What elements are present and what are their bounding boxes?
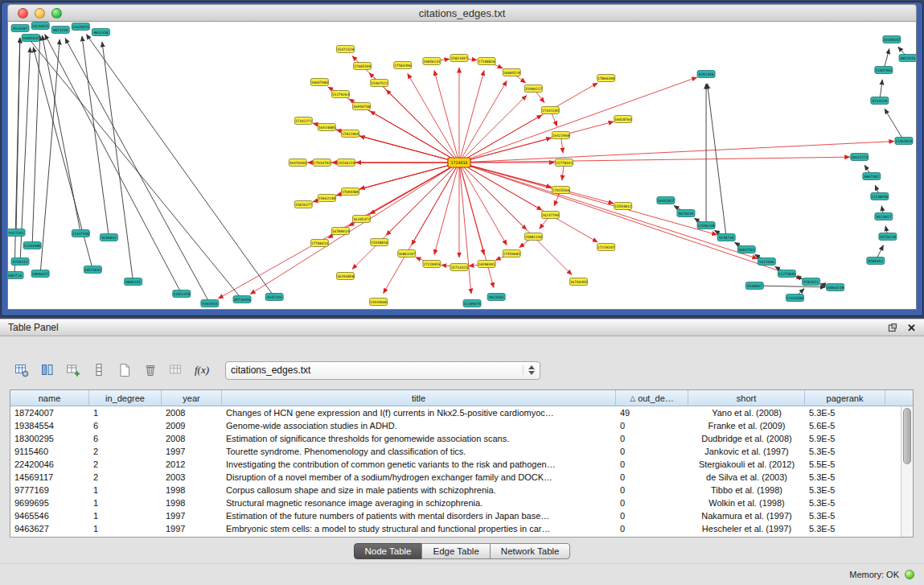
table-row[interactable]: 911546021997Tourette syndrome. Phenomeno… bbox=[10, 445, 901, 458]
table-cell[interactable]: 2009 bbox=[162, 419, 222, 432]
graph-node[interactable]: 17456682 bbox=[503, 250, 520, 257]
graph-node[interactable]: 9423817 bbox=[875, 213, 893, 220]
table-cell[interactable]: 9115460 bbox=[10, 445, 89, 458]
table-cell[interactable]: Corpus callosum shape and size in male p… bbox=[222, 484, 616, 496]
table-cell[interactable]: 0 bbox=[616, 432, 688, 445]
table-cell[interactable]: 5.3E-5 bbox=[805, 522, 885, 535]
graph-node[interactable]: 17694480 bbox=[341, 188, 359, 196]
table-cell[interactable]: Structural magnetic resonance image aver… bbox=[222, 496, 616, 509]
table-row[interactable]: 946362711997Embryonic stem cells: a mode… bbox=[10, 522, 901, 535]
column-header-pagerank[interactable]: pagerank bbox=[805, 390, 885, 406]
graph-edge[interactable] bbox=[45, 35, 182, 294]
graph-node[interactable]: 11052378 bbox=[173, 290, 191, 298]
table-cell[interactable]: 0 bbox=[616, 522, 688, 535]
graph-node[interactable]: 10485032 bbox=[22, 35, 39, 42]
column-header-short[interactable]: short bbox=[688, 390, 805, 406]
graph-node[interactable]: 11465920 bbox=[895, 138, 913, 145]
table-cell[interactable]: 1998 bbox=[162, 484, 222, 496]
graph-node[interactable]: 15714425 bbox=[450, 264, 468, 271]
table-cell[interactable]: 2 bbox=[89, 445, 162, 458]
table-cell[interactable]: 5.6E-5 bbox=[805, 419, 885, 432]
graph-node[interactable]: 9586091 bbox=[867, 257, 885, 265]
graph-node[interactable]: 9782651 bbox=[802, 278, 819, 286]
graph-node[interactable]: 17015566 bbox=[552, 187, 569, 194]
table-cell[interactable]: Estimation of the future numbers of pati… bbox=[222, 509, 616, 522]
table-cell[interactable]: 2008 bbox=[162, 406, 222, 419]
graph-hub-node[interactable]: 1724016 bbox=[448, 158, 470, 167]
table-cell[interactable]: 1 bbox=[89, 496, 162, 509]
graph-node[interactable]: 16105372 bbox=[353, 216, 371, 223]
graph-edge[interactable] bbox=[459, 80, 507, 163]
graph-node[interactable]: 16028764 bbox=[614, 116, 632, 123]
table-cell[interactable]: 5.3E-5 bbox=[805, 484, 885, 496]
graph-node[interactable]: 15823447 bbox=[450, 55, 468, 62]
table-cell[interactable]: 9465546 bbox=[10, 509, 89, 522]
graph-node[interactable]: 10615273 bbox=[851, 154, 869, 161]
table-cell[interactable]: 1998 bbox=[162, 496, 222, 509]
graph-node[interactable]: 10573692 bbox=[84, 266, 101, 274]
tab-network-table[interactable]: Network Table bbox=[490, 543, 571, 559]
table-cell[interactable]: 5.9E-5 bbox=[805, 432, 885, 445]
graph-edge[interactable] bbox=[459, 163, 507, 245]
graph-node[interactable]: 15593812 bbox=[614, 203, 632, 210]
graph-edge[interactable] bbox=[459, 163, 802, 278]
graph-edge[interactable] bbox=[434, 71, 459, 163]
table-cell[interactable]: 19384554 bbox=[10, 419, 89, 432]
function-builder-button[interactable]: f(x) bbox=[191, 360, 212, 381]
graph-node[interactable]: 9873204 bbox=[51, 27, 69, 34]
graph-node[interactable]: 9158734 bbox=[717, 234, 735, 241]
graph-node[interactable]: 9291348 bbox=[697, 71, 715, 78]
import-table-icon[interactable] bbox=[166, 360, 187, 381]
graph-node[interactable]: 17220953 bbox=[423, 261, 441, 268]
table-cell[interactable]: 0 bbox=[616, 471, 688, 484]
graph-node[interactable]: 9923581 bbox=[487, 294, 505, 301]
graph-edge[interactable] bbox=[459, 163, 717, 235]
graph-node[interactable]: 17331205 bbox=[541, 107, 559, 114]
graph-edge[interactable] bbox=[42, 35, 80, 233]
graph-edge[interactable] bbox=[459, 163, 614, 204]
graph-edge[interactable] bbox=[459, 83, 598, 163]
table-cell[interactable]: 2 bbox=[89, 458, 162, 471]
graph-edge[interactable] bbox=[328, 87, 459, 163]
table-cell[interactable]: 0 bbox=[616, 496, 688, 509]
table-cell[interactable]: 0 bbox=[616, 445, 688, 458]
table-cell[interactable]: 1 bbox=[89, 509, 162, 522]
graph-node[interactable]: 9547203 bbox=[265, 294, 283, 301]
graph-node[interactable]: 15778341 bbox=[555, 159, 573, 167]
table-cell[interactable]: 2 bbox=[89, 471, 162, 484]
graph-node[interactable]: 15471529 bbox=[336, 46, 354, 53]
graph-node[interactable]: 15934606 bbox=[370, 299, 388, 306]
graph-node[interactable]: 17866340 bbox=[598, 75, 615, 82]
graph-node[interactable]: 16193858 bbox=[336, 273, 354, 280]
close-panel-icon[interactable]: ✕ bbox=[907, 322, 916, 334]
graph-node[interactable]: 11420586 bbox=[786, 295, 803, 302]
show-columns-icon[interactable] bbox=[37, 360, 58, 381]
graph-node[interactable]: 17934702 bbox=[313, 159, 331, 167]
graph-node[interactable]: 16863107 bbox=[398, 250, 416, 257]
table-cell[interactable]: Dudbridge et al. (2008) bbox=[688, 432, 805, 445]
table-cell[interactable]: Yano et al. (2008) bbox=[688, 406, 805, 419]
table-cell[interactable]: 22420046 bbox=[10, 458, 89, 471]
column-header-indegree[interactable]: in_degree bbox=[89, 390, 162, 406]
table-cell[interactable]: 1 bbox=[89, 522, 162, 535]
table-row[interactable]: 1830029562008Estimation of significance … bbox=[10, 432, 901, 445]
table-cell[interactable]: Embryonic stem cells: a model to study s… bbox=[222, 522, 616, 535]
graph-edge[interactable] bbox=[384, 163, 459, 294]
table-cell[interactable]: Wolkin et al. (1998) bbox=[688, 496, 805, 509]
graph-node[interactable]: 16684519 bbox=[503, 69, 520, 76]
table-row[interactable]: 1938455462009Genome-wide association stu… bbox=[10, 419, 901, 432]
tab-node-table[interactable]: Node Table bbox=[354, 543, 423, 559]
table-cell[interactable]: Franke et al. (2009) bbox=[688, 419, 805, 432]
graph-node[interactable]: 9365920 bbox=[201, 300, 219, 307]
table-cell[interactable]: 0 bbox=[616, 484, 688, 496]
table-cell[interactable]: 18300295 bbox=[10, 432, 89, 445]
rows-icon[interactable] bbox=[88, 360, 109, 381]
graph-node[interactable]: 10189342 bbox=[883, 36, 901, 43]
graph-node[interactable]: 17342271 bbox=[294, 117, 312, 125]
scrollbar-thumb[interactable] bbox=[903, 408, 911, 464]
table-row[interactable]: 977716911998Corpus callosum shape and si… bbox=[10, 484, 901, 496]
graph-edge[interactable] bbox=[459, 77, 697, 163]
graph-node[interactable]: 9538907 bbox=[745, 282, 763, 290]
table-select[interactable]: citations_edges.txt bbox=[225, 361, 540, 380]
graph-node[interactable]: 17159207 bbox=[598, 244, 615, 251]
